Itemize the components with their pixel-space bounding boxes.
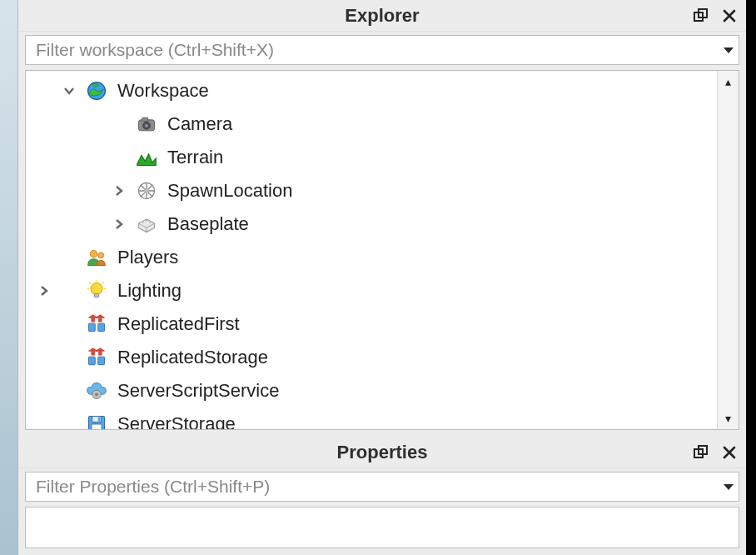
tree-label: Camera [167,113,232,135]
svg-rect-19 [98,357,105,365]
properties-filter-dropdown-icon[interactable] [724,472,734,501]
chevron-down-icon [724,48,734,53]
explorer-filter-row [18,32,746,70]
tree-row-baseplate[interactable]: Baseplate [26,208,717,241]
svg-point-14 [91,282,102,294]
close-icon[interactable] [721,444,738,461]
undock-icon[interactable] [693,8,709,24]
chevron-down-icon [63,85,75,97]
svg-point-13 [98,252,104,258]
chevron-right-icon [38,285,50,297]
tree-label: SpawnLocation [167,180,292,202]
expander-baseplate[interactable] [109,214,129,234]
tree-row-terrain[interactable]: Terrain [26,141,717,174]
tree-row-workspace[interactable]: Workspace [26,74,717,108]
svg-rect-16 [88,323,95,332]
svg-point-8 [144,188,149,193]
undock-icon-svg [694,445,709,460]
properties-filter-input[interactable] [34,476,715,498]
explorer-tree: Workspace Camera [25,70,739,430]
explorer-filter-dropdown-icon[interactable] [724,36,734,64]
properties-header: Properties [18,437,746,468]
tree-label: Baseplate [167,213,249,235]
tree-label: ReplicatedFirst [117,313,240,335]
tree-label: Workspace [117,80,209,102]
tree-row-camera[interactable]: Camera [26,108,717,141]
tree-label: ServerStorage [117,413,236,429]
terrain-icon [134,145,159,170]
svg-rect-4 [142,118,148,121]
svg-point-9 [142,221,144,222]
camera-icon [134,112,159,137]
properties-filter-box[interactable] [25,472,739,502]
lightbulb-icon [84,278,109,303]
properties-filter-row [18,468,746,507]
tree-row-players[interactable]: Players [26,241,717,274]
svg-point-21 [95,393,97,396]
cloud-gear-icon [84,378,109,403]
explorer-filter-input[interactable] [34,39,715,61]
window-edge [746,0,756,555]
undock-icon[interactable] [693,444,709,461]
tree-row-serverstorage[interactable]: ServerStorage [26,408,717,429]
tree-row-replicatedstorage[interactable]: ReplicatedStorage [26,341,717,374]
tree-row-replicatedfirst[interactable]: ReplicatedFirst [26,308,717,341]
chevron-right-icon [113,185,125,197]
explorer-filter-box[interactable] [25,35,739,65]
tree-label: Lighting [117,280,182,302]
tree-label: ReplicatedStorage [117,347,268,368]
expander-spawnlocation[interactable] [109,181,129,201]
explorer-title: Explorer [345,5,419,27]
tree-row-spawnlocation[interactable]: SpawnLocation [26,174,717,208]
tree-label: ServerScriptService [117,380,279,402]
expander-workspace[interactable] [59,81,79,101]
expander-lighting[interactable] [34,281,54,301]
scroll-down-icon[interactable]: ▾ [718,408,739,429]
svg-rect-17 [98,323,105,332]
explorer-header: Explorer [18,0,746,32]
tree-label: Players [117,247,178,268]
svg-point-12 [90,250,97,258]
svg-rect-25 [92,424,102,429]
players-icon [84,245,109,270]
scroll-up-icon[interactable]: ▴ [718,71,739,92]
part-icon [134,212,159,237]
spawn-icon [134,178,159,203]
properties-title: Properties [337,442,428,463]
svg-point-10 [146,220,147,222]
replicated-storage-icon [84,345,109,370]
svg-point-11 [149,221,151,222]
svg-point-6 [145,124,147,127]
undock-icon-svg [694,8,709,23]
replicated-icon [84,312,109,337]
svg-rect-18 [88,357,95,365]
svg-rect-24 [98,417,101,421]
tree-row-serverscriptservice[interactable]: ServerScriptService [26,374,717,408]
svg-rect-15 [94,293,98,297]
chevron-down-icon [724,484,734,490]
floppy-icon [84,412,109,429]
tree-label: Terrain [167,147,223,168]
chevron-right-icon [113,218,125,230]
globe-icon [84,78,109,103]
viewport-gutter [0,0,18,555]
close-icon[interactable] [721,8,738,24]
tree-row-lighting[interactable]: Lighting [26,274,717,308]
explorer-scrollbar[interactable]: ▴ ▾ [717,71,739,429]
properties-tree [25,507,739,548]
